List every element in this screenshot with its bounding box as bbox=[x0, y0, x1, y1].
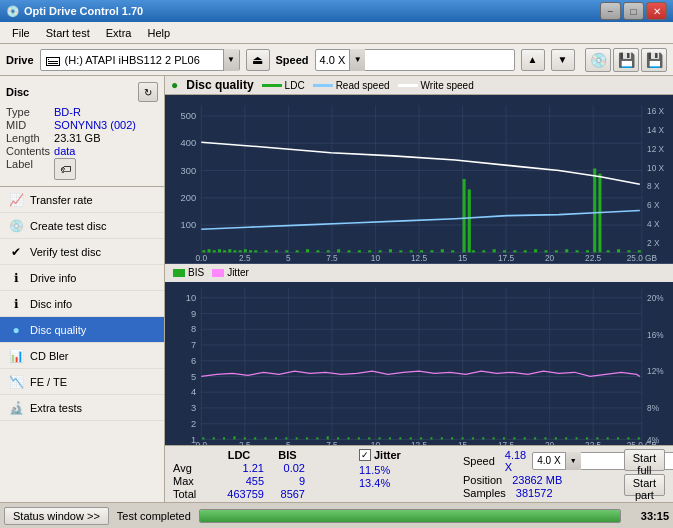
svg-rect-74 bbox=[441, 249, 444, 252]
svg-rect-61 bbox=[306, 249, 309, 252]
sidebar-item-fe-te[interactable]: 📉 FE / TE bbox=[0, 369, 164, 395]
svg-rect-46 bbox=[223, 250, 226, 252]
titlebar-title: Opti Drive Control 1.70 bbox=[24, 5, 600, 17]
disc-mid-label: MID bbox=[6, 119, 50, 131]
drive-eject-button[interactable]: ⏏ bbox=[246, 49, 270, 71]
stats-bar: LDC BIS Avg 1.21 0.02 Max 455 9 Total 46… bbox=[165, 445, 673, 502]
svg-rect-149 bbox=[296, 437, 298, 439]
svg-rect-83 bbox=[544, 250, 547, 252]
svg-text:20: 20 bbox=[545, 253, 555, 263]
position-label: Position bbox=[463, 474, 502, 486]
sidebar-item-disc-info[interactable]: ℹ Disc info bbox=[0, 291, 164, 317]
disc-contents-value: data bbox=[54, 145, 158, 157]
sidebar-item-drive-info-label: Drive info bbox=[30, 272, 76, 284]
svg-rect-77 bbox=[482, 250, 485, 252]
svg-text:0.0: 0.0 bbox=[196, 440, 208, 445]
svg-rect-48 bbox=[233, 250, 236, 252]
disc-color-button[interactable]: 💿 bbox=[585, 48, 611, 72]
row-total-label: Total bbox=[173, 488, 208, 500]
disc-info-grid: Type BD-R MID SONYNN3 (002) Length 23.31… bbox=[6, 106, 158, 180]
action-buttons: Start full Start part bbox=[624, 449, 665, 496]
speed-down-button[interactable]: ▼ bbox=[551, 49, 575, 71]
svg-rect-140 bbox=[202, 437, 204, 439]
sidebar-item-disc-quality[interactable]: ● Disc quality bbox=[0, 317, 164, 343]
titlebar: 💿 Opti Drive Control 1.70 − □ ✕ bbox=[0, 0, 673, 22]
menu-start-test[interactable]: Start test bbox=[38, 25, 98, 41]
svg-text:25.0 GB: 25.0 GB bbox=[627, 440, 658, 445]
close-button[interactable]: ✕ bbox=[646, 2, 667, 20]
sidebar-item-disc-info-label: Disc info bbox=[30, 298, 72, 310]
svg-rect-80 bbox=[513, 250, 516, 252]
drivebar: Drive 🖴 (H:) ATAPI iHBS112 2 PL06 ▼ ⏏ Sp… bbox=[0, 44, 673, 76]
svg-rect-63 bbox=[327, 250, 330, 252]
row-max-bis: 9 bbox=[270, 475, 305, 487]
disc-info-icon: ℹ bbox=[8, 296, 24, 312]
svg-rect-148 bbox=[285, 437, 287, 439]
jitter-checkbox[interactable]: ✓ bbox=[359, 449, 371, 461]
jitter-max: 13.4% bbox=[359, 477, 439, 489]
save-button[interactable]: 💾 bbox=[641, 48, 667, 72]
sidebar-nav: 📈 Transfer rate 💿 Create test disc ✔ Ver… bbox=[0, 187, 164, 421]
drive-dropdown-arrow[interactable]: ▼ bbox=[223, 49, 239, 71]
svg-rect-174 bbox=[555, 437, 557, 439]
svg-text:8%: 8% bbox=[647, 403, 660, 413]
create-test-disc-icon: 💿 bbox=[8, 218, 24, 234]
svg-text:15: 15 bbox=[458, 253, 468, 263]
svg-text:25.0 GB: 25.0 GB bbox=[627, 253, 658, 263]
chart-header: ● Disc quality LDC Read speed Write spee… bbox=[165, 76, 673, 95]
samples-label: Samples bbox=[463, 487, 506, 499]
svg-rect-81 bbox=[524, 250, 527, 252]
svg-text:0.0: 0.0 bbox=[196, 253, 208, 263]
drive-select[interactable]: 🖴 (H:) ATAPI iHBS112 2 PL06 ▼ bbox=[40, 49, 240, 71]
svg-text:6: 6 bbox=[191, 356, 196, 366]
svg-rect-58 bbox=[275, 250, 278, 252]
svg-rect-155 bbox=[358, 437, 360, 439]
sidebar-item-drive-info[interactable]: ℹ Drive info bbox=[0, 265, 164, 291]
menu-help[interactable]: Help bbox=[139, 25, 178, 41]
disc-write-button[interactable]: 💾 bbox=[613, 48, 639, 72]
speed-dropdown-arrow[interactable]: ▼ bbox=[349, 49, 365, 71]
sidebar-item-extra-tests[interactable]: 🔬 Extra tests bbox=[0, 395, 164, 421]
sidebar-item-transfer-rate[interactable]: 📈 Transfer rate bbox=[0, 187, 164, 213]
row-total-bis: 8567 bbox=[270, 488, 305, 500]
sidebar-item-cd-bler[interactable]: 📊 CD Bler bbox=[0, 343, 164, 369]
start-full-button[interactable]: Start full bbox=[624, 449, 665, 471]
speed-up-button[interactable]: ▲ bbox=[521, 49, 545, 71]
svg-rect-176 bbox=[576, 437, 578, 439]
col-header-bis: BIS bbox=[270, 449, 305, 461]
menu-file[interactable]: File bbox=[4, 25, 38, 41]
svg-rect-87 bbox=[586, 250, 589, 252]
svg-rect-179 bbox=[607, 437, 609, 439]
maximize-button[interactable]: □ bbox=[623, 2, 644, 20]
menu-extra[interactable]: Extra bbox=[98, 25, 140, 41]
minimize-button[interactable]: − bbox=[600, 2, 621, 20]
disc-refresh-button[interactable]: ↻ bbox=[138, 82, 158, 102]
svg-rect-88 bbox=[607, 250, 610, 252]
status-window-button[interactable]: Status window >> bbox=[4, 507, 109, 525]
svg-rect-82 bbox=[534, 249, 537, 252]
ldc-legend-label: LDC bbox=[285, 80, 305, 91]
svg-rect-65 bbox=[347, 250, 350, 252]
speed-stat-dropdown-arrow[interactable]: ▼ bbox=[565, 452, 581, 470]
drive-hdd-icon: 🖴 bbox=[45, 51, 61, 69]
svg-rect-54 bbox=[593, 168, 596, 252]
svg-rect-168 bbox=[493, 437, 495, 439]
svg-rect-164 bbox=[451, 437, 453, 439]
svg-rect-89 bbox=[617, 249, 620, 252]
svg-rect-150 bbox=[306, 437, 308, 439]
speed-select[interactable]: 4.0 X ▼ bbox=[315, 49, 515, 71]
sidebar-item-verify-test-disc[interactable]: ✔ Verify test disc bbox=[0, 239, 164, 265]
jitter-legend: Jitter bbox=[212, 267, 249, 278]
svg-rect-170 bbox=[513, 437, 515, 439]
jitter-avg-value: 11.5% bbox=[359, 464, 390, 476]
disc-quality-icon: ● bbox=[8, 322, 24, 338]
sidebar: Disc ↻ Type BD-R MID SONYNN3 (002) Lengt… bbox=[0, 76, 165, 502]
svg-rect-144 bbox=[244, 437, 246, 439]
speed-select-text: 4.0 X bbox=[320, 54, 346, 66]
write-speed-legend: Write speed bbox=[398, 80, 474, 91]
start-part-button[interactable]: Start part bbox=[624, 474, 665, 496]
disc-label-icon-button[interactable]: 🏷 bbox=[54, 158, 76, 180]
sidebar-item-create-test-disc[interactable]: 💿 Create test disc bbox=[0, 213, 164, 239]
svg-rect-86 bbox=[576, 250, 579, 252]
svg-rect-163 bbox=[441, 437, 443, 439]
